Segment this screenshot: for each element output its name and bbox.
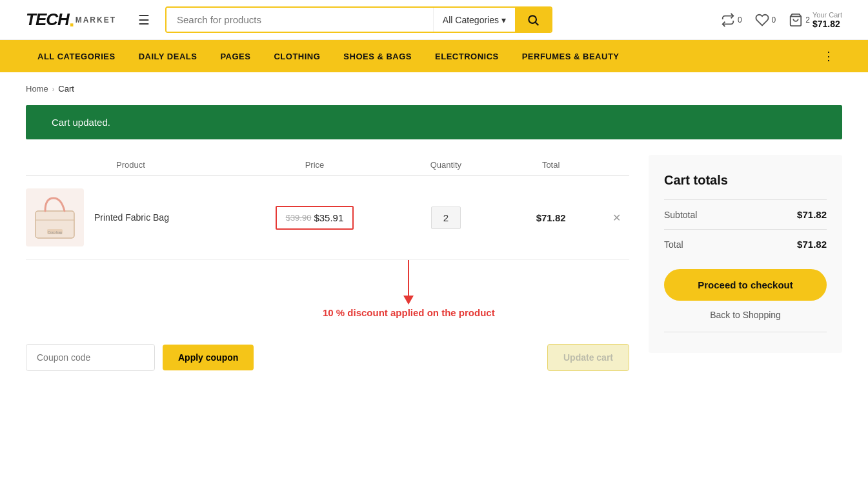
coupon-input[interactable] xyxy=(26,344,155,371)
logo-dot: . xyxy=(69,8,74,32)
compare-icon-group[interactable]: 0 xyxy=(721,13,742,27)
cart-table-header: Product Price Quantity Total xyxy=(26,155,629,176)
cart-totals-title: Cart totals xyxy=(664,173,827,188)
compare-icon xyxy=(721,13,735,27)
col-quantity: Quantity xyxy=(394,160,499,170)
compare-count: 0 xyxy=(738,15,742,25)
hamburger-menu-icon[interactable]: ☰ xyxy=(133,10,155,30)
cart-count: 2 xyxy=(805,15,810,25)
subtotal-label: Subtotal xyxy=(664,210,697,220)
quantity-value: 2 xyxy=(431,206,461,229)
search-button[interactable] xyxy=(515,8,551,32)
total-cell: $71.82 xyxy=(498,212,603,223)
logo-tech: TECH xyxy=(26,10,69,30)
wishlist-count: 0 xyxy=(772,15,776,25)
cart-label: Your Cart xyxy=(812,11,842,19)
nav-clothing[interactable]: CLOTHING xyxy=(262,43,332,70)
wishlist-icon-group[interactable]: 0 xyxy=(755,13,776,27)
subtotal-value: $71.82 xyxy=(797,209,827,220)
breadcrumb-current: Cart xyxy=(58,84,74,94)
search-input[interactable] xyxy=(167,8,433,32)
search-bar: All Categories ▾ xyxy=(165,6,552,33)
totals-divider xyxy=(664,332,827,332)
discount-annotation-text: 10 % discount applied on the product xyxy=(323,307,495,318)
category-dropdown[interactable]: All Categories ▾ xyxy=(433,8,515,32)
total-label: Total xyxy=(664,239,683,250)
search-icon xyxy=(527,14,540,26)
category-label: All Categories xyxy=(443,15,499,25)
price-wrapper: $39.90 $35.91 xyxy=(276,206,354,230)
nav-perfumes-beauty[interactable]: PERFUMES & BEAUTY xyxy=(510,43,631,70)
total-value: $71.82 xyxy=(797,239,827,250)
apply-coupon-button[interactable]: Apply coupon xyxy=(163,345,254,370)
arrow-annotation: 10 % discount applied on the product xyxy=(323,260,495,318)
quantity-cell: 2 xyxy=(394,206,499,229)
arrow-line xyxy=(408,260,409,296)
logo[interactable]: TECH. MARKET xyxy=(26,8,116,32)
heart-icon xyxy=(755,13,769,27)
header: TECH. MARKET ☰ All Categories ▾ 0 0 2 xyxy=(0,0,868,40)
checkout-button[interactable]: Proceed to checkout xyxy=(664,269,827,301)
main-content: Product Price Quantity Total xyxy=(0,155,868,397)
cart-icon xyxy=(789,13,803,27)
svg-line-1 xyxy=(536,22,539,25)
product-bag-svg: Coco bag xyxy=(29,192,81,243)
nav-pages[interactable]: PAGES xyxy=(208,43,262,70)
product-name: Printed Fabric Bag xyxy=(94,212,169,223)
nav-shoes-bags[interactable]: SHOES & BAGS xyxy=(332,43,423,70)
back-to-shopping-link[interactable]: Back to Shopping xyxy=(664,301,827,329)
table-row: Coco bag Printed Fabric Bag $39.90 $35.9… xyxy=(26,176,629,260)
cart-total-value: $71.82 xyxy=(812,19,842,29)
coupon-row: Apply coupon Update cart xyxy=(26,344,629,371)
cart-updated-text: Cart updated. xyxy=(52,117,110,128)
update-cart-button[interactable]: Update cart xyxy=(547,344,629,371)
nav-daily-deals[interactable]: DAILY DEALS xyxy=(127,43,209,70)
col-total: Total xyxy=(498,160,603,170)
total-value: $71.82 xyxy=(536,212,566,223)
col-remove xyxy=(603,160,629,170)
cart-info: Your Cart $71.82 xyxy=(812,11,842,29)
subtotal-row: Subtotal $71.82 xyxy=(664,199,827,229)
remove-item-button[interactable]: ✕ xyxy=(603,212,629,224)
cart-section: Product Price Quantity Total xyxy=(26,155,629,371)
breadcrumb-separator: › xyxy=(52,85,55,93)
total-row: Total $71.82 xyxy=(664,229,827,259)
price-original: $39.90 xyxy=(286,213,312,223)
annotation-area: 10 % discount applied on the product xyxy=(26,260,629,325)
header-icons: 0 0 2 Your Cart $71.82 xyxy=(721,11,842,29)
cart-totals-panel: Cart totals Subtotal $71.82 Total $71.82… xyxy=(649,155,842,353)
cart-icon-group[interactable]: 2 Your Cart $71.82 xyxy=(789,11,842,29)
chevron-down-icon: ▾ xyxy=(501,15,506,25)
svg-point-0 xyxy=(529,15,536,23)
svg-text:Coco bag: Coco bag xyxy=(48,230,62,234)
breadcrumb: Home › Cart xyxy=(0,72,868,105)
arrow-head-icon xyxy=(403,296,414,305)
product-image: Coco bag xyxy=(26,188,84,246)
nav-electronics[interactable]: ELECTRONICS xyxy=(423,43,510,70)
nav-more-icon[interactable]: ⋮ xyxy=(815,40,842,72)
cart-product: Coco bag Printed Fabric Bag xyxy=(26,188,236,246)
col-price: Price xyxy=(236,160,393,170)
cart-updated-banner: Cart updated. xyxy=(26,105,842,139)
col-product: Product xyxy=(26,160,236,170)
logo-market: MARKET xyxy=(76,15,116,25)
navbar: ALL CATEGORIES DAILY DEALS PAGES CLOTHIN… xyxy=(0,40,868,72)
price-sale: $35.91 xyxy=(314,212,343,223)
price-cell: $39.90 $35.91 xyxy=(236,206,393,230)
breadcrumb-home[interactable]: Home xyxy=(26,84,48,94)
nav-all-categories[interactable]: ALL CATEGORIES xyxy=(26,43,127,70)
